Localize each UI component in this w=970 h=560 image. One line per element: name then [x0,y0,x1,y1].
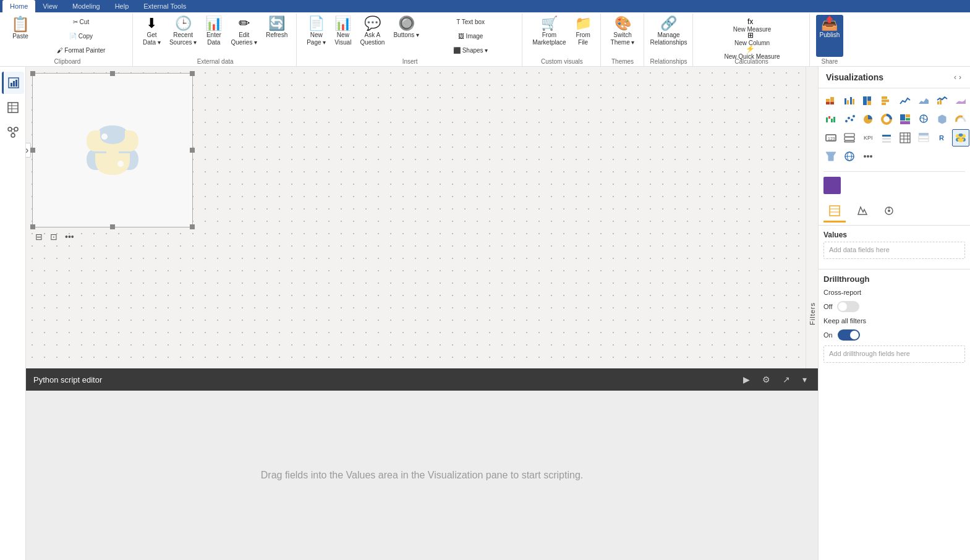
keep-filters-toggle[interactable] [838,329,860,341]
svg-point-8 [8,127,12,131]
resize-handle-tr[interactable] [190,71,195,76]
viz-panel-expand-right[interactable]: › [958,72,963,83]
viz-slicer[interactable] [878,129,895,146]
get-data-button[interactable]: ⬇ GetData ▾ [139,15,164,57]
new-column-button[interactable]: ⊞ New Column [699,30,804,43]
viz-python-visual[interactable] [952,129,969,146]
viz-kpi[interactable]: KPI [859,129,877,146]
viz-clustered-bar[interactable] [841,92,858,109]
script-editor-header: Python script editor ▶ ⚙ ↗ ▾ [26,368,818,391]
viz-scatter[interactable] [841,111,858,128]
keep-filters-value: On [823,331,833,339]
color-swatch[interactable] [823,177,841,194]
viz-map[interactable] [915,111,932,128]
viz-panel-collapse-left[interactable]: ‹ [953,72,958,83]
viz-tab-format[interactable] [851,200,873,223]
viz-r-visual[interactable]: R [934,129,951,146]
new-page-button[interactable]: 📄 NewPage ▾ [303,15,330,57]
python-visual-box[interactable]: › [32,73,193,227]
values-drop-zone[interactable]: Add data fields here [823,242,965,259]
resize-handle-bl[interactable] [30,224,35,229]
resize-handle-mr[interactable] [190,148,195,153]
new-quick-measure-icon: ⚡ [746,45,755,53]
viz-line-clustered[interactable] [934,92,951,109]
manage-relationships-button[interactable]: 🔗 ManageRelationships [650,15,687,57]
viz-funnel[interactable] [822,148,840,165]
svg-rect-56 [882,138,891,140]
canvas-dotted-bg[interactable]: › [26,67,806,368]
publish-button[interactable]: 📤 Publish [816,15,844,57]
report-icon [7,77,20,89]
viz-pie[interactable] [859,111,877,128]
from-marketplace-button[interactable]: 🛒 FromMarketplace [529,15,569,57]
marketplace-icon: 🛒 [541,17,558,30]
viz-filled-map[interactable] [934,111,951,128]
resize-handle-br[interactable] [190,224,195,229]
viz-ribbon[interactable] [952,92,969,109]
insert-buttons: 📄 NewPage ▾ 📊 NewVisual 💬 Ask AQuestion … [303,15,517,57]
new-visual-icon: 📊 [334,17,351,30]
cross-report-row: Cross-report [823,289,965,296]
calculations-buttons: fx New Measure ⊞ New Column ⚡ New Quick … [699,15,804,57]
from-file-button[interactable]: 📁 FromFile [571,15,595,57]
copy-button[interactable]: 📄 Copy [35,30,127,43]
drillthrough-drop-zone[interactable]: Add drillthrough fields here [823,346,965,363]
collapse-editor-btn[interactable]: ▾ [799,373,810,386]
viz-more[interactable] [859,148,877,165]
tab-home[interactable]: Home [2,0,35,12]
cut-button[interactable]: ✂ Cut [35,15,127,28]
tab-modeling[interactable]: Modeling [65,0,108,12]
viz-horiz-bar[interactable] [878,92,895,109]
nav-data[interactable] [2,96,24,119]
resize-handle-ml[interactable] [30,148,35,153]
viz-card[interactable]: 123 [822,129,840,146]
image-button[interactable]: 🖼 Image [424,30,517,43]
viz-100pct-bar[interactable] [859,92,877,109]
filter-visual-btn[interactable]: ⊟ [33,231,45,243]
buttons-button[interactable]: 🔘 Buttons ▾ [389,15,423,57]
viz-stacked-bar[interactable] [822,92,840,109]
nav-report[interactable] [2,72,24,94]
nav-model[interactable] [2,121,24,143]
new-quick-measure-button[interactable]: ⚡ New Quick Measure [699,43,804,56]
viz-multi-row-card[interactable] [841,129,858,146]
settings-btn[interactable]: ⚙ [759,373,774,386]
viz-area-chart[interactable] [915,92,932,109]
run-script-btn[interactable]: ▶ [739,373,754,386]
shapes-button[interactable]: ⬛ Shapes ▾ [424,44,517,57]
new-visual-button[interactable]: 📊 NewVisual [331,15,355,57]
refresh-button[interactable]: 🔄 Refresh [262,15,291,57]
text-box-button[interactable]: T Text box [424,15,517,28]
format-painter-button[interactable]: 🖌 Format Painter [35,44,127,57]
drillthrough-title: Drillthrough [823,274,965,284]
enter-data-button[interactable]: 📊 EnterData [202,15,226,57]
viz-tab-analytics[interactable] [878,200,900,223]
expand-editor-btn[interactable]: ↗ [779,373,794,386]
resize-handle-tc[interactable] [110,71,115,76]
viz-waterfall[interactable] [822,111,840,128]
switch-theme-button[interactable]: 🎨 SwitchTheme ▾ [607,15,639,57]
focus-mode-btn[interactable]: ⊡ [48,231,60,243]
viz-gauge[interactable] [952,111,969,128]
viz-treemap[interactable] [896,111,914,128]
resize-handle-tl[interactable] [30,71,35,76]
new-measure-button[interactable]: fx New Measure [699,16,804,29]
tab-help[interactable]: Help [108,0,137,12]
tab-view[interactable]: View [35,0,65,12]
tab-external-tools[interactable]: External Tools [136,0,194,12]
cross-report-toggle[interactable] [837,301,859,312]
resize-handle-bc[interactable] [110,224,115,229]
viz-donut[interactable] [878,111,895,128]
viz-table[interactable] [896,129,914,146]
fields-icon [828,205,841,217]
paste-button[interactable]: 📋 Paste [7,15,33,57]
viz-line-chart[interactable] [896,92,914,109]
ask-question-button[interactable]: 💬 Ask AQuestion [356,15,388,57]
viz-matrix[interactable] [915,129,932,146]
recent-sources-button[interactable]: 🕒 RecentSources ▾ [166,15,200,57]
viz-globe[interactable] [841,148,858,165]
viz-tab-fields[interactable] [823,200,846,223]
edit-queries-button[interactable]: ✏ EditQueries ▾ [227,15,261,57]
svg-rect-63 [919,133,929,135]
more-options-btn[interactable]: ••• [62,231,77,243]
